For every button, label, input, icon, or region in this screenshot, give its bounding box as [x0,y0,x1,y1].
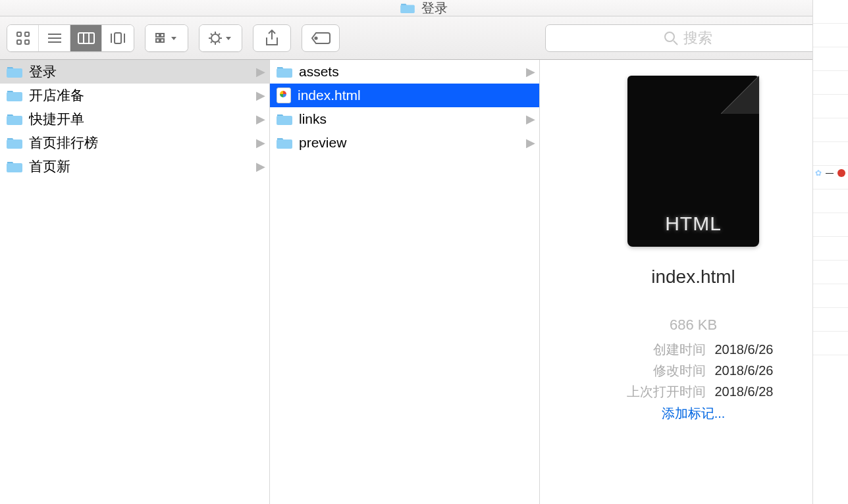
meta-value: 2018/6/26 [715,360,774,381]
svg-point-27 [315,37,317,39]
columns-area: 登录 ▶ 开店准备 ▶ 快捷开单 ▶ 首页排行榜 ▶ 首页新 ▶ assets [0,60,848,504]
svg-rect-3 [17,40,21,44]
folder-row[interactable]: links ▶ [270,107,539,131]
background-window-edge: ✿— [812,0,848,504]
search-icon [664,31,678,45]
folder-label: 首页新 [29,157,250,176]
folder-icon [277,136,292,149]
svg-line-29 [674,41,677,45]
folder-label: 快捷开单 [29,110,250,128]
svg-line-26 [219,41,220,43]
folder-row[interactable]: 快捷开单 ▶ [0,107,269,131]
folder-row[interactable]: 开店准备 ▶ [0,84,269,107]
svg-line-23 [211,34,212,35]
folder-icon [7,89,22,102]
file-row[interactable]: index.html [270,84,539,107]
arrange-group [145,24,188,52]
chevron-right-icon: ▶ [526,112,535,126]
folder-label: 登录 [29,63,250,81]
svg-rect-17 [161,39,164,42]
tags-button[interactable] [302,24,340,52]
svg-point-28 [665,32,674,41]
meta-value: 2018/6/26 [715,339,774,360]
search-input[interactable] [683,30,723,47]
action-group [199,24,242,52]
view-columns-button[interactable] [70,25,102,51]
meta-label: 创建时间 [614,339,706,360]
preview-badge: HTML [665,213,722,235]
window-titlebar: 登录 [0,0,848,16]
toolbar [0,16,848,60]
folder-row[interactable]: 登录 ▶ [0,60,269,84]
folder-label: 开店准备 [29,86,250,105]
folder-icon [7,65,22,78]
chevron-right-icon: ▶ [256,159,265,174]
dog-ear-icon [721,76,759,114]
svg-rect-16 [156,39,159,42]
chevron-right-icon: ▶ [526,64,535,79]
preview-filename: index.html [651,266,735,288]
file-label: index.html [298,88,535,103]
folder-icon [277,65,292,78]
folder-icon [7,113,22,126]
chevron-right-icon: ▶ [256,88,265,103]
html-file-icon [277,88,291,103]
folder-icon [7,160,22,173]
svg-rect-15 [161,34,164,37]
chevron-right-icon: ▶ [256,136,265,150]
folder-label: preview [299,135,519,151]
svg-line-24 [219,34,220,35]
background-icons: ✿— [815,168,845,178]
view-list-button[interactable] [39,25,70,51]
svg-rect-4 [25,40,29,44]
folder-label: links [299,111,519,127]
arrange-button[interactable] [146,25,188,51]
share-button[interactable] [253,24,291,52]
svg-rect-14 [156,34,159,37]
folder-row[interactable]: 首页新 ▶ [0,155,269,178]
column-1: 登录 ▶ 开店准备 ▶ 快捷开单 ▶ 首页排行榜 ▶ 首页新 ▶ [0,60,270,504]
svg-rect-8 [78,33,94,43]
column-2: assets ▶ index.html links ▶ preview ▶ [270,60,540,504]
folder-label: 首页排行榜 [29,134,250,152]
preview-meta: 创建时间 2018/6/26 修改时间 2018/6/26 上次打开时间 201… [614,339,774,402]
folder-row[interactable]: assets ▶ [270,60,539,84]
svg-rect-12 [115,33,121,43]
svg-point-18 [211,34,219,42]
folder-icon [277,113,292,126]
preview-pane: HTML index.html 686 KB 创建时间 2018/6/26 修改… [540,60,847,504]
preview-thumbnail: HTML [627,76,759,247]
chevron-right-icon: ▶ [526,136,535,150]
folder-label: assets [299,64,519,80]
meta-label: 修改时间 [614,360,706,381]
preview-size: 686 KB [670,316,717,334]
folder-row[interactable]: 首页排行榜 ▶ [0,131,269,155]
meta-value: 2018/6/28 [715,381,774,402]
folder-row[interactable]: preview ▶ [270,131,539,155]
svg-line-25 [211,41,212,43]
chevron-right-icon: ▶ [256,64,265,79]
view-mode-group [7,24,134,52]
search-field[interactable] [545,24,841,52]
window-title: 登录 [421,0,448,17]
folder-icon [400,2,415,14]
svg-rect-2 [25,32,29,36]
meta-label: 上次打开时间 [614,381,706,402]
add-tag-link[interactable]: 添加标记... [662,405,726,422]
chevron-right-icon: ▶ [256,112,265,126]
folder-icon [7,136,22,149]
view-gallery-button[interactable] [102,25,134,51]
view-icons-button[interactable] [7,25,39,51]
action-button[interactable] [199,25,242,51]
svg-rect-1 [17,32,21,36]
